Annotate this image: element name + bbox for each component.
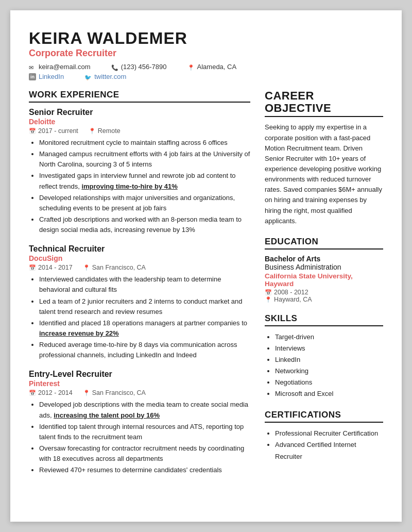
bullet-0-1: Managed campus recruitment efforts with … — [39, 149, 250, 170]
job-block-2: Entry-Level Recruiter Pinterest 2012 - 2… — [29, 370, 250, 475]
job-title-1: Technical Recruiter — [29, 244, 250, 254]
job-block-0: Senior Recruiter Deloitte 2017 - current… — [29, 108, 250, 235]
calendar-icon-1 — [29, 264, 36, 271]
left-column: WORK EXPERIENCE Senior Recruiter Deloitt… — [29, 90, 250, 486]
calendar-icon-0 — [29, 127, 36, 135]
pin-icon-2 — [83, 389, 90, 396]
skill-3: Networking — [275, 365, 383, 377]
email-contact: keira@email.com — [29, 63, 91, 71]
mail-icon — [29, 63, 36, 71]
cert-0: Professional Recruiter Certification — [275, 428, 383, 439]
edu-pin-icon — [265, 296, 272, 303]
skill-2: LinkedIn — [275, 354, 383, 365]
bullet-1-1: Led a team of 2 junior recruiters and 2 … — [39, 296, 250, 317]
bullets-0: Monitored recruitment cycle to maintain … — [29, 138, 250, 235]
job-title-2: Entry-Level Recruiter — [29, 370, 250, 379]
edu-location: Hayward, CA — [265, 296, 383, 303]
job-title-0: Senior Recruiter — [29, 108, 250, 117]
job-meta-0: 2017 - current Remote — [29, 127, 250, 135]
bullet-2-3: Reviewed 470+ resumes to determine candi… — [39, 465, 250, 475]
bullet-2-2: Oversaw forecasting for contractor recru… — [39, 443, 250, 464]
phone-contact: (123) 456-7890 — [111, 63, 167, 71]
certifications-list: Professional Recruiter Certification Adv… — [265, 428, 383, 462]
job-dates-0: 2017 - current — [29, 127, 78, 135]
candidate-name: KEIRA WALDEMER — [29, 29, 383, 48]
edu-dates: 2008 - 2012 — [265, 289, 383, 296]
twitter-contact: twitter.com — [84, 73, 126, 80]
company-1: DocuSign — [29, 254, 250, 262]
pin-icon-0 — [89, 127, 96, 135]
certifications-title: CERTIFICATIONS — [265, 410, 383, 423]
bullet-1-0: Interviewed candidates with the leadersh… — [39, 274, 250, 295]
right-column: CAREEROBJECTIVE Seeking to apply my expe… — [265, 90, 383, 486]
phone-text: (123) 456-7890 — [121, 63, 167, 71]
location-text: Alameda, CA — [197, 63, 237, 71]
linkedin-link[interactable]: LinkedIn — [39, 73, 64, 80]
bullet-1-2: Identified and placed 18 operations mana… — [39, 318, 250, 339]
edu-field: Business Administration — [265, 263, 383, 271]
job-dates-1: 2014 - 2017 — [29, 264, 73, 271]
skill-0: Target-driven — [275, 331, 383, 343]
bullet-2-0: Developed job descriptions with the medi… — [39, 400, 250, 420]
contact-row-2: LinkedIn twitter.com — [29, 73, 383, 80]
skills-list: Target-driven Interviews LinkedIn Networ… — [265, 331, 383, 400]
linkedin-icon — [29, 73, 36, 80]
phone-icon — [111, 63, 118, 71]
job-meta-1: 2014 - 2017 San Francisco, CA — [29, 264, 250, 271]
job-block-1: Technical Recruiter DocuSign 2014 - 2017… — [29, 244, 250, 360]
pin-icon-1 — [83, 264, 90, 271]
bullet-0-3: Developed relationships with major unive… — [39, 193, 250, 213]
skill-5: Microsoft and Excel — [275, 388, 383, 400]
skills-section: SKILLS Target-driven Interviews LinkedIn… — [265, 313, 383, 400]
bullet-0-0: Monitored recruitment cycle to maintain … — [39, 138, 250, 148]
email-text: keira@email.com — [39, 63, 91, 71]
resume: KEIRA WALDEMER Corporate Recruiter keira… — [10, 10, 402, 522]
job-location-2: San Francisco, CA — [83, 389, 146, 396]
candidate-title: Corporate Recruiter — [29, 48, 383, 59]
location-icon — [187, 63, 195, 71]
work-experience-title: WORK EXPERIENCE — [29, 90, 250, 103]
location-contact: Alameda, CA — [187, 63, 237, 71]
edu-degree: Bachelor of Arts — [265, 255, 383, 263]
job-dates-2: 2012 - 2014 — [29, 389, 73, 396]
bullets-2: Developed job descriptions with the medi… — [29, 400, 250, 475]
bullet-0-4: Crafted job descriptions and worked with… — [39, 214, 250, 235]
twitter-link[interactable]: twitter.com — [94, 73, 126, 80]
highlight-1-2: increase revenue by 22% — [39, 329, 119, 337]
twitter-icon — [84, 73, 92, 80]
contact-row-1: keira@email.com (123) 456-7890 Alameda, … — [29, 63, 383, 71]
edu-calendar-icon — [265, 289, 272, 296]
education-section: EDUCATION Bachelor of Arts Business Admi… — [265, 237, 383, 303]
career-objective-text: Seeking to apply my expertise in a corpo… — [265, 122, 383, 226]
work-experience-section: WORK EXPERIENCE Senior Recruiter Deloitt… — [29, 90, 250, 475]
two-col-layout: WORK EXPERIENCE Senior Recruiter Deloitt… — [29, 90, 383, 486]
education-title: EDUCATION — [265, 237, 383, 250]
highlight-0-2: improving time-to-hire by 41% — [81, 182, 177, 190]
job-location-1: San Francisco, CA — [83, 264, 146, 271]
certifications-section: CERTIFICATIONS Professional Recruiter Ce… — [265, 410, 383, 462]
highlight-2-0: increasing the talent pool by 16% — [54, 411, 160, 419]
bullet-2-1: Identified top talent through internal r… — [39, 422, 250, 442]
career-objective-title: CAREEROBJECTIVE — [265, 90, 383, 117]
company-0: Deloitte — [29, 118, 250, 126]
skills-title: SKILLS — [265, 313, 383, 326]
company-2: Pinterest — [29, 379, 250, 388]
calendar-icon-2 — [29, 389, 36, 396]
bullet-1-3: Reduced average time-to-hire by 8 days v… — [39, 340, 250, 360]
edu-university: California State University, Hayward — [265, 272, 383, 288]
linkedin-contact: LinkedIn — [29, 73, 64, 80]
bullets-1: Interviewed candidates with the leadersh… — [29, 274, 250, 360]
skill-4: Negotiations — [275, 377, 383, 388]
cert-1: Advanced Certified Internet Recruiter — [275, 439, 383, 462]
career-objective-section: CAREEROBJECTIVE Seeking to apply my expe… — [265, 90, 383, 226]
bullet-0-2: Investigated gaps in interview funnel an… — [39, 171, 250, 191]
job-location-0: Remote — [89, 127, 121, 135]
skill-1: Interviews — [275, 343, 383, 354]
header-section: KEIRA WALDEMER Corporate Recruiter keira… — [29, 29, 383, 80]
job-meta-2: 2012 - 2014 San Francisco, CA — [29, 389, 250, 396]
